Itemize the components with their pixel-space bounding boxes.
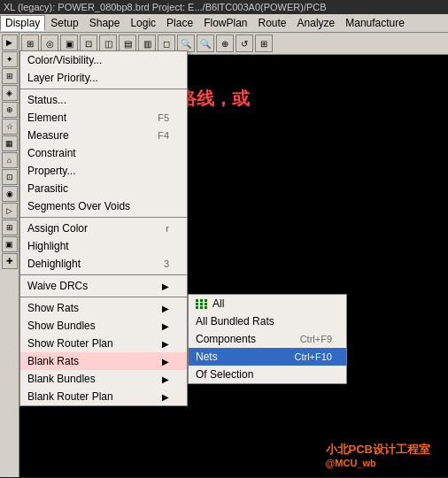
menu-shape[interactable]: Shape — [84, 15, 126, 31]
menu-item-constraint[interactable]: Constraint — [20, 144, 187, 162]
left-toolbar: ▶ ✦ ⊞ ◈ ⊕ ☆ ▦ ⌂ ⊡ ◉ ▷ ⊞ ▣ ✚ — [0, 33, 19, 477]
menu-item-measure[interactable]: Measure F4 — [20, 127, 187, 144]
separator-3 — [20, 274, 187, 275]
toolbar-btn-1[interactable]: ▶ — [2, 35, 18, 50]
toolbar-btn-14[interactable]: ✚ — [2, 253, 18, 269]
menu-item-waive-drcs[interactable]: Waive DRCs ▶ — [20, 277, 187, 295]
toolbar-btn-3[interactable]: ⊞ — [2, 68, 18, 84]
main-area: ▶ ✦ ⊞ ◈ ⊕ ☆ ▦ ⌂ ⊡ ◉ ▷ ⊞ ▣ ✚ ⊞ ◎ ▣ ⊡ ◫ ▤ … — [0, 33, 448, 477]
menu-item-property[interactable]: Property... — [20, 162, 187, 180]
blank-rats-submenu: All All Bundled Rats Components Ctrl+F9 … — [188, 294, 347, 384]
menu-flowplan[interactable]: FlowPlan — [198, 15, 252, 31]
menu-item-show-router-plan[interactable]: Show Router Plan ▶ — [20, 335, 187, 352]
toolbar-btn-11[interactable]: ▷ — [2, 203, 18, 219]
menu-item-blank-rats[interactable]: Blank Rats ▶ — [20, 352, 187, 370]
menu-setup[interactable]: Setup — [45, 15, 83, 31]
display-dropdown: Color/Visibility... Layer Priority... St… — [19, 50, 188, 406]
menu-manufacture[interactable]: Manufacture — [340, 15, 410, 31]
menu-place[interactable]: Place — [161, 15, 198, 31]
submenu-item-of-selection[interactable]: Of Selection — [189, 366, 346, 383]
menu-item-assign-color[interactable]: Assign Color r — [20, 220, 187, 237]
menu-item-segments-over-voids[interactable]: Segments Over Voids — [20, 197, 187, 215]
dropdown-overlay: Color/Visibility... Layer Priority... St… — [19, 33, 448, 477]
toolbar-btn-7[interactable]: ▦ — [2, 135, 18, 151]
submenu-item-all[interactable]: All — [189, 295, 346, 312]
toolbar-btn-10[interactable]: ◉ — [2, 186, 18, 202]
menu-item-color-visibility[interactable]: Color/Visibility... — [20, 51, 187, 69]
title-bar: XL (legacy): POWER_080bp8.brd Project: E… — [0, 0, 448, 14]
submenu-item-all-bundled-rats[interactable]: All Bundled Rats — [189, 312, 346, 330]
menu-bar: Display Setup Shape Logic Place FlowPlan… — [0, 14, 448, 33]
menu-display[interactable]: Display — [0, 15, 45, 31]
separator-2 — [20, 217, 187, 218]
menu-item-highlight[interactable]: Highlight — [20, 237, 187, 255]
menu-item-status[interactable]: Status... — [20, 91, 187, 109]
menu-logic[interactable]: Logic — [125, 15, 161, 31]
menu-item-dehighlight[interactable]: Dehighlight 3 — [20, 255, 187, 273]
toolbar-btn-4[interactable]: ◈ — [2, 85, 18, 101]
canvas-area: ⊞ ◎ ▣ ⊡ ◫ ▤ ▥ ◻ 🔍 🔍 ⊕ ↺ ⊞ 关闭某一部分网络线，或 全部… — [19, 33, 448, 477]
menu-item-show-rats[interactable]: Show Rats ▶ — [20, 299, 187, 317]
submenu-item-components[interactable]: Components Ctrl+F9 — [189, 330, 346, 348]
submenu-item-nets[interactable]: Nets Ctrl+F10 — [189, 348, 346, 366]
grid-icon — [196, 299, 208, 309]
toolbar-btn-6[interactable]: ☆ — [2, 119, 18, 135]
toolbar-btn-13[interactable]: ▣ — [2, 236, 18, 252]
menu-item-element[interactable]: Element F5 — [20, 109, 187, 127]
menu-route[interactable]: Route — [253, 15, 292, 31]
toolbar-btn-2[interactable]: ✦ — [2, 51, 18, 67]
menu-item-parasitic[interactable]: Parasitic — [20, 180, 187, 197]
menu-item-blank-bundles[interactable]: Blank Bundles ▶ — [20, 370, 187, 388]
toolbar-btn-8[interactable]: ⌂ — [2, 152, 18, 168]
menu-item-layer-priority[interactable]: Layer Priority... — [20, 69, 187, 87]
toolbar-btn-9[interactable]: ⊡ — [2, 169, 18, 185]
menu-item-show-bundles[interactable]: Show Bundles ▶ — [20, 317, 187, 335]
menu-item-blank-router-plan[interactable]: Blank Router Plan ▶ — [20, 388, 187, 405]
toolbar-btn-5[interactable]: ⊕ — [2, 102, 18, 118]
toolbar-btn-12[interactable]: ⊞ — [2, 220, 18, 235]
separator-4 — [20, 297, 187, 297]
menu-analyze[interactable]: Analyze — [292, 15, 341, 31]
separator-1 — [20, 89, 187, 89]
